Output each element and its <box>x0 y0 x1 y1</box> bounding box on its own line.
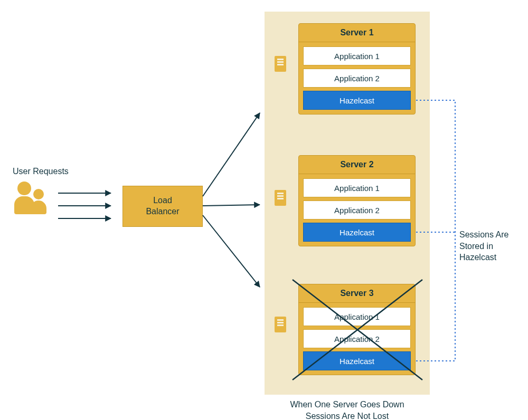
user-requests-label: User Requests <box>13 166 69 177</box>
server-icon <box>275 56 286 72</box>
load-balancer-label: Load Balancer <box>146 195 179 217</box>
sessions-note-label: Sessions Are Stored in Hazelcast <box>459 229 508 263</box>
server-app-row: Application 2 <box>303 329 411 348</box>
lb-to-server-arrows <box>203 113 260 287</box>
server-block-3: Server 3 Application 1 Application 2 Haz… <box>298 284 416 375</box>
svg-line-4 <box>203 205 260 206</box>
load-balancer-box: Load Balancer <box>122 186 203 227</box>
svg-line-5 <box>203 215 260 287</box>
svg-line-3 <box>203 113 260 196</box>
server-hazelcast-row: Hazelcast <box>303 91 411 110</box>
server-block-1: Server 1 Application 1 Application 2 Haz… <box>298 23 416 114</box>
server-hazelcast-row: Hazelcast <box>303 223 411 242</box>
server-icon <box>275 190 286 206</box>
server-icon <box>275 317 286 332</box>
bottom-note-label: When One Server Goes Down Sessions Are N… <box>265 399 430 420</box>
server-app-row: Application 1 <box>303 178 411 197</box>
connector-overlay <box>0 0 528 420</box>
server-hazelcast-row: Hazelcast <box>303 351 411 370</box>
server-app-row: Application 2 <box>303 201 411 219</box>
server-app-row: Application 1 <box>303 46 411 65</box>
server-app-row: Application 2 <box>303 69 411 88</box>
server-title: Server 1 <box>299 24 415 42</box>
users-icon <box>13 180 55 217</box>
server-app-row: Application 1 <box>303 307 411 326</box>
server-title: Server 2 <box>299 156 415 174</box>
server-title: Server 3 <box>299 284 415 303</box>
user-to-lb-arrows <box>58 193 111 218</box>
diagram-stage: User Requests Load Balancer Server 1 App… <box>0 0 528 420</box>
server-block-2: Server 2 Application 1 Application 2 Haz… <box>298 155 416 246</box>
